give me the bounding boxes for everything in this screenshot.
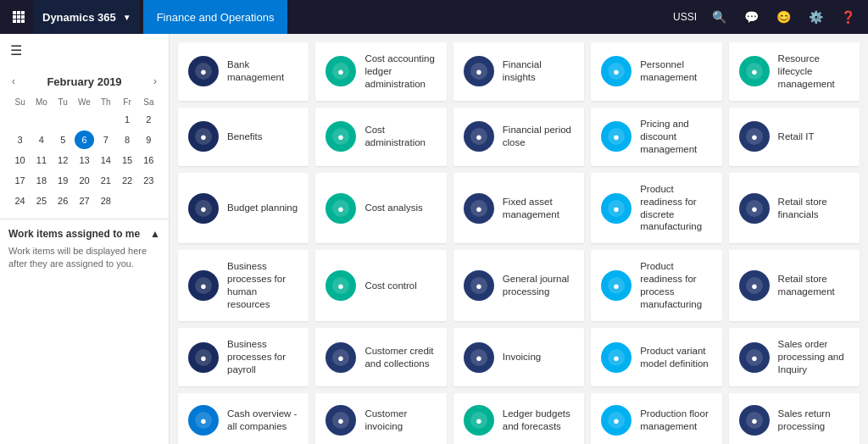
calendar-day[interactable]: 2: [139, 110, 159, 129]
tile-item[interactable]: ● Retail store management: [729, 250, 860, 321]
tile-icon: ●: [464, 56, 494, 86]
tile-item[interactable]: ● Retail IT: [729, 108, 860, 166]
tile-item[interactable]: ● Cash overview - all companies: [178, 393, 309, 444]
tile-item[interactable]: ● Cost analysis: [315, 173, 446, 244]
tile-label: Fixed asset management: [503, 196, 574, 221]
calendar-day[interactable]: 5: [53, 130, 73, 149]
calendar-day[interactable]: 23: [139, 171, 159, 190]
tile-item[interactable]: ● Product readiness for process manufact…: [591, 250, 721, 321]
tile-item[interactable]: ● Ledger budgets and forecasts: [453, 393, 584, 444]
tile-item[interactable]: ● Pricing and discount management: [591, 108, 721, 166]
tile-item[interactable]: ● Product variant model definition: [591, 328, 721, 386]
tile-icon: ●: [464, 342, 494, 373]
svg-text:●: ●: [613, 352, 620, 364]
calendar-day[interactable]: 9: [139, 130, 159, 149]
svg-text:●: ●: [613, 414, 620, 427]
calendar-day[interactable]: 10: [10, 151, 30, 169]
brand-section[interactable]: Dynamics 365 ▼: [34, 0, 140, 34]
svg-rect-0: [13, 11, 16, 14]
tile-item[interactable]: ● Sales return processing: [729, 393, 860, 444]
svg-text:●: ●: [613, 65, 620, 78]
tile-item[interactable]: ● Fixed asset management: [453, 173, 584, 244]
calendar-day[interactable]: 11: [31, 151, 51, 169]
tile-icon: ●: [739, 56, 770, 86]
cal-day-su: Su: [10, 96, 30, 108]
brand-chevron: ▼: [123, 13, 131, 22]
calendar-day[interactable]: 12: [53, 151, 73, 169]
emoji-icon[interactable]: 😊: [770, 3, 797, 31]
tile-item[interactable]: ● Financial insights: [453, 42, 584, 101]
tile-icon: ●: [601, 342, 632, 373]
calendar-day[interactable]: 16: [139, 151, 159, 169]
settings-icon[interactable]: ⚙️: [802, 3, 829, 31]
calendar-day[interactable]: 6: [75, 130, 94, 149]
tile-item[interactable]: ● Cost administration: [315, 108, 446, 166]
calendar-day[interactable]: 28: [96, 191, 115, 210]
tile-item[interactable]: ● Product readiness for discrete manufac…: [591, 173, 721, 244]
calendar-day[interactable]: 1: [117, 110, 136, 129]
tile-item[interactable]: ● Personnel management: [591, 42, 721, 101]
tile-item[interactable]: ● Budget planning: [178, 173, 309, 244]
tile-item[interactable]: ● Financial period close: [453, 108, 584, 166]
grid-icon[interactable]: [7, 5, 31, 29]
help-icon[interactable]: ❓: [834, 3, 861, 31]
cal-day-tu: Tu: [53, 96, 73, 108]
tile-item[interactable]: ● Customer credit and collections: [315, 328, 446, 386]
tile-item[interactable]: ● Cost accounting ledger administration: [315, 42, 446, 101]
tile-item[interactable]: ● Resource lifecycle management: [729, 42, 860, 101]
svg-text:●: ●: [337, 203, 344, 215]
tile-item[interactable]: ● Bank management: [178, 42, 309, 101]
tile-icon: ●: [326, 56, 356, 86]
cal-day-th: Th: [96, 96, 115, 108]
tile-item[interactable]: ● General journal processing: [453, 250, 584, 321]
calendar-day[interactable]: 3: [10, 130, 30, 149]
calendar-day[interactable]: 7: [96, 130, 115, 149]
chat-icon[interactable]: 💬: [737, 3, 765, 31]
tile-item[interactable]: ● Cost control: [315, 250, 446, 321]
svg-text:●: ●: [476, 130, 482, 143]
next-month-button[interactable]: ›: [150, 74, 160, 89]
calendar-day[interactable]: 21: [96, 171, 115, 190]
tile-item[interactable]: ● Customer invoicing: [315, 393, 446, 444]
work-items-header[interactable]: Work items assigned to me ▲: [8, 228, 160, 240]
calendar-day[interactable]: 17: [10, 171, 30, 190]
calendar-day[interactable]: 4: [31, 130, 51, 149]
tile-item[interactable]: ● Invoicing: [453, 328, 584, 386]
work-items-collapse-icon: ▲: [150, 228, 160, 240]
calendar-day[interactable]: 15: [117, 151, 136, 169]
tile-item[interactable]: ● Business processes for human resources: [178, 250, 309, 321]
tile-item[interactable]: ● Benefits: [178, 108, 309, 166]
tile-icon: ●: [464, 270, 494, 301]
tile-item[interactable]: ● Production floor management: [591, 393, 721, 444]
tile-icon: ●: [326, 342, 356, 373]
search-icon[interactable]: 🔍: [705, 3, 732, 31]
tile-label: Sales order processing and Inquiry: [778, 338, 849, 376]
tile-item[interactable]: ● Retail store financials: [729, 173, 860, 244]
tile-icon: ●: [326, 270, 356, 301]
calendar-day[interactable]: 25: [31, 191, 51, 210]
calendar-day[interactable]: 14: [96, 151, 115, 169]
calendar-day[interactable]: 20: [75, 171, 94, 190]
calendar-day[interactable]: 19: [53, 171, 73, 190]
calendar-day[interactable]: 18: [31, 171, 51, 190]
tile-item[interactable]: ● Business processes for payroll: [178, 328, 309, 386]
hamburger-menu[interactable]: ☰: [0, 34, 169, 67]
prev-month-button[interactable]: ‹: [8, 74, 19, 89]
svg-text:●: ●: [751, 130, 758, 143]
tile-icon: ●: [601, 56, 632, 86]
tile-item[interactable]: ● Sales order processing and Inquiry: [729, 328, 860, 386]
calendar-day[interactable]: 13: [75, 151, 94, 169]
calendar-day[interactable]: 24: [10, 191, 30, 210]
svg-rect-4: [17, 15, 20, 19]
tile-icon: ●: [739, 270, 770, 301]
calendar-day[interactable]: 27: [75, 191, 94, 210]
svg-text:●: ●: [751, 65, 758, 78]
svg-text:●: ●: [476, 65, 482, 78]
svg-rect-5: [21, 15, 25, 19]
calendar-day[interactable]: 8: [117, 130, 136, 149]
svg-text:●: ●: [751, 280, 758, 292]
svg-rect-8: [21, 19, 25, 23]
calendar-day[interactable]: 26: [53, 191, 73, 210]
calendar-day[interactable]: 22: [117, 171, 136, 190]
svg-rect-1: [17, 11, 20, 14]
